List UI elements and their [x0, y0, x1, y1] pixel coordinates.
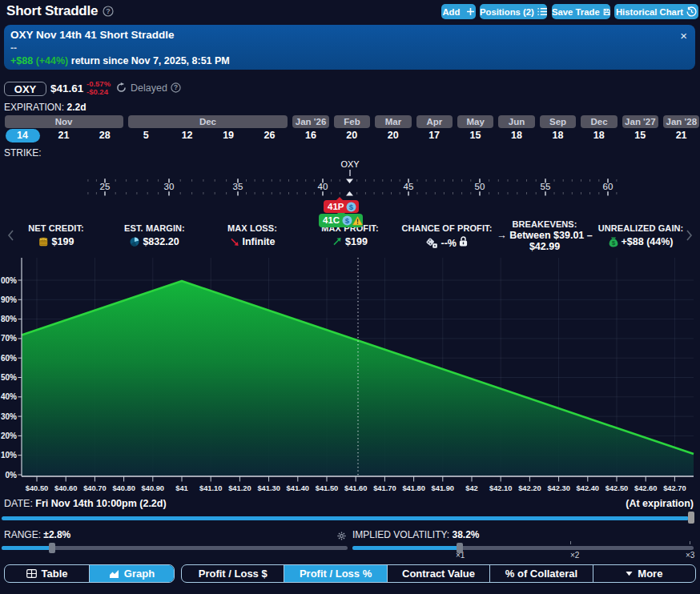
svg-text:$40.70: $40.70 — [83, 484, 106, 492]
svg-text:$42.30: $42.30 — [547, 484, 569, 492]
svg-text:$41.70: $41.70 — [373, 484, 396, 492]
svg-text:40%: 40% — [1, 392, 17, 401]
svg-text:$40.50: $40.50 — [26, 484, 48, 492]
svg-text:$40.80: $40.80 — [112, 484, 135, 492]
svg-text:70%: 70% — [1, 334, 17, 343]
svg-text:$41.80: $41.80 — [402, 484, 424, 492]
svg-text:50: 50 — [475, 182, 485, 191]
svg-text:$41.10: $41.10 — [199, 484, 222, 492]
svg-text:$42: $42 — [465, 484, 478, 492]
svg-text:30%: 30% — [1, 412, 17, 421]
svg-text:60: 60 — [603, 182, 614, 191]
svg-text:40: 40 — [318, 182, 328, 191]
svg-text:00%: 00% — [1, 276, 17, 285]
svg-text:OXY: OXY — [340, 159, 360, 169]
svg-text:$42.40: $42.40 — [577, 484, 599, 492]
svg-text:25: 25 — [100, 182, 111, 191]
svg-text:?: ? — [106, 7, 111, 15]
svg-text:90%: 90% — [1, 295, 17, 304]
svg-text:$41.40: $41.40 — [287, 484, 309, 492]
svg-text:$41.30: $41.30 — [257, 484, 280, 492]
svg-text:$42.50: $42.50 — [605, 484, 628, 492]
svg-text:$42.70: $42.70 — [663, 484, 686, 492]
svg-text:0%: 0% — [6, 471, 18, 480]
svg-text:35: 35 — [233, 182, 243, 191]
svg-text:$40.90: $40.90 — [142, 484, 164, 492]
svg-text:20%: 20% — [1, 431, 17, 440]
svg-text:$40.60: $40.60 — [54, 484, 77, 492]
svg-text:50%: 50% — [1, 373, 17, 382]
svg-text:10%: 10% — [1, 451, 17, 460]
svg-text:45: 45 — [404, 182, 414, 191]
svg-text:?: ? — [174, 83, 178, 91]
svg-text:30: 30 — [164, 182, 175, 191]
svg-text:60%: 60% — [1, 354, 17, 363]
svg-text:$42.60: $42.60 — [634, 484, 657, 492]
svg-text:$41.60: $41.60 — [344, 484, 367, 492]
svg-text:$41.90: $41.90 — [432, 484, 454, 492]
svg-text:$41.20: $41.20 — [228, 484, 251, 492]
svg-text:$42.10: $42.10 — [489, 484, 512, 492]
svg-text:80%: 80% — [1, 315, 17, 323]
svg-text:$41: $41 — [175, 484, 188, 492]
svg-text:$42.20: $42.20 — [518, 484, 541, 492]
svg-text:$: $ — [349, 203, 354, 211]
svg-text:55: 55 — [541, 182, 551, 191]
svg-text:$41.50: $41.50 — [316, 484, 338, 492]
svg-text:$: $ — [344, 216, 349, 225]
